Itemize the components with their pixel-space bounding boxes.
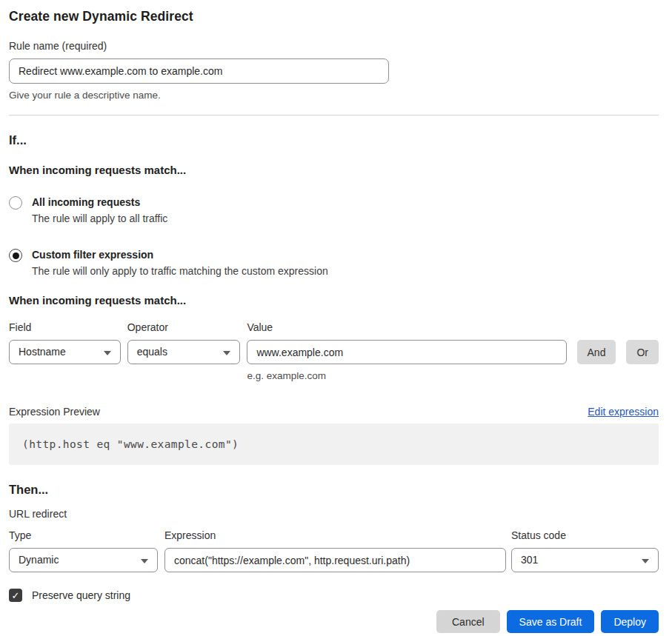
value-help: e.g. example.com — [247, 369, 566, 382]
field-select-value: Hostname — [19, 346, 66, 358]
rule-name-label: Rule name (required) — [9, 40, 659, 53]
section-divider — [9, 115, 659, 116]
save-as-draft-button[interactable]: Save as Draft — [507, 610, 595, 633]
radio-description: The rule will apply to all traffic — [32, 212, 167, 225]
if-heading: If... — [9, 133, 659, 147]
edit-expression-link[interactable]: Edit expression — [588, 406, 659, 418]
create-dynamic-redirect-form: Create new Dynamic Redirect Rule name (r… — [0, 0, 672, 633]
type-label: Type — [9, 529, 158, 542]
expression-preview-label: Expression Preview — [9, 406, 100, 418]
redirect-config-row: Type Dynamic Expression Status code 301 — [9, 529, 659, 572]
operator-label: Operator — [127, 321, 241, 334]
then-heading: Then... — [9, 483, 659, 497]
radio-option-custom-filter[interactable]: Custom filter expression The rule will o… — [9, 248, 659, 278]
checkbox-checked-icon[interactable]: ✓ — [9, 589, 22, 602]
cancel-button[interactable]: Cancel — [436, 610, 500, 633]
and-button[interactable]: And — [577, 340, 616, 364]
chevron-down-icon — [141, 559, 148, 563]
value-input[interactable] — [247, 340, 566, 364]
rule-name-input[interactable] — [9, 58, 389, 84]
expression-preview-code: (http.host eq "www.example.com") — [22, 438, 239, 450]
chevron-down-icon — [642, 559, 649, 563]
value-label: Value — [247, 321, 566, 334]
field-select[interactable]: Hostname — [9, 340, 121, 364]
preserve-query-string-label: Preserve query string — [32, 589, 130, 601]
chevron-down-icon — [104, 351, 111, 355]
form-actions: Cancel Save as Draft Deploy — [9, 610, 659, 633]
page-title: Create new Dynamic Redirect — [9, 9, 659, 24]
expression-input[interactable] — [164, 548, 506, 572]
expression-preview-block: (http.host eq "www.example.com") — [9, 424, 659, 465]
incoming-requests-match-heading: When incoming requests match... — [9, 164, 659, 176]
filter-builder-row: Field Hostname Operator equals Value e.g… — [9, 321, 659, 382]
radio-description: The rule will only apply to traffic matc… — [32, 264, 328, 278]
or-button[interactable]: Or — [626, 340, 659, 364]
status-code-label: Status code — [511, 529, 659, 542]
type-select[interactable]: Dynamic — [9, 548, 158, 572]
status-code-select[interactable]: 301 — [511, 548, 659, 572]
url-redirect-label: URL redirect — [9, 508, 659, 520]
expression-label: Expression — [164, 529, 506, 542]
radio-button-unselected-icon[interactable] — [9, 196, 22, 210]
status-code-select-value: 301 — [521, 554, 538, 566]
operator-select-value: equals — [137, 346, 167, 358]
chevron-down-icon — [223, 351, 230, 355]
operator-select[interactable]: equals — [127, 340, 241, 364]
field-label: Field — [9, 321, 121, 334]
deploy-button[interactable]: Deploy — [601, 610, 659, 633]
radio-button-selected-icon[interactable] — [9, 249, 22, 262]
radio-label: Custom filter expression — [32, 248, 328, 261]
rule-name-help: Give your rule a descriptive name. — [9, 89, 659, 101]
radio-label: All incoming requests — [32, 195, 167, 209]
preserve-query-string-row[interactable]: ✓ Preserve query string — [9, 589, 659, 602]
filter-builder-heading: When incoming requests match... — [9, 294, 659, 307]
radio-option-all-incoming[interactable]: All incoming requests The rule will appl… — [9, 195, 659, 225]
type-select-value: Dynamic — [19, 554, 59, 566]
